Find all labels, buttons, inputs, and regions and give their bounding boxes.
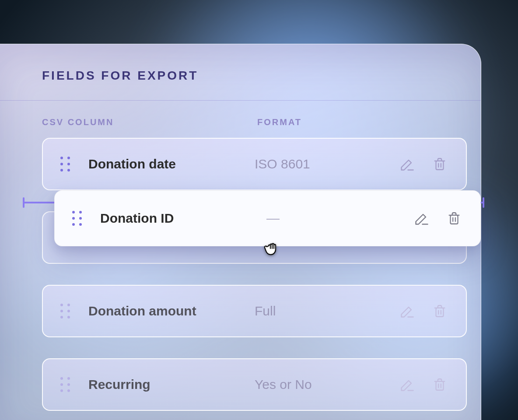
- field-name: Recurring: [88, 377, 255, 392]
- field-format: —: [266, 211, 413, 226]
- field-format: Yes or No: [255, 377, 399, 392]
- trash-icon[interactable]: [431, 376, 448, 393]
- pencil-icon[interactable]: [399, 302, 416, 320]
- pencil-icon[interactable]: [399, 155, 416, 173]
- field-row[interactable]: Donation amount Full: [42, 285, 467, 337]
- field-format: Full: [255, 304, 399, 318]
- export-fields-panel: FIELDS FOR EXPORT CSV COLUMN FORMAT Dona…: [0, 44, 481, 420]
- pencil-icon[interactable]: [399, 376, 416, 393]
- drag-handle-icon[interactable]: [60, 304, 70, 318]
- drag-handle-icon[interactable]: [60, 157, 70, 172]
- panel-title: FIELDS FOR EXPORT: [42, 69, 481, 83]
- field-format: ISO 8601: [255, 157, 399, 172]
- svg-rect-2: [436, 382, 444, 390]
- field-name: Donation ID: [100, 211, 266, 226]
- svg-rect-1: [436, 308, 444, 317]
- column-header-csv: CSV COLUMN: [42, 117, 257, 127]
- field-row[interactable]: Donation date ISO 8601: [42, 138, 467, 190]
- trash-icon[interactable]: [431, 155, 448, 173]
- field-name: Donation amount: [88, 304, 255, 318]
- svg-rect-0: [436, 161, 444, 170]
- field-row-dragging[interactable]: Donation ID —: [54, 190, 481, 246]
- svg-rect-3: [451, 215, 458, 224]
- trash-icon[interactable]: [445, 210, 463, 227]
- field-row[interactable]: Recurring Yes or No: [42, 358, 467, 411]
- pencil-icon[interactable]: [413, 210, 430, 227]
- column-header-format: FORMAT: [257, 117, 481, 127]
- trash-icon[interactable]: [431, 302, 448, 320]
- drag-handle-icon[interactable]: [72, 211, 82, 226]
- field-name: Donation date: [88, 157, 255, 172]
- drag-handle-icon[interactable]: [60, 377, 70, 392]
